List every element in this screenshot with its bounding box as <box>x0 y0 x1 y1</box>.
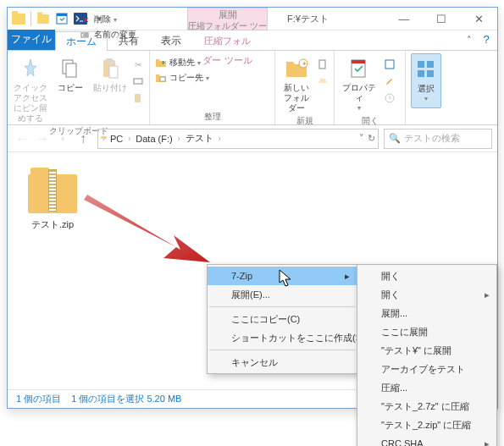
newfolder-icon: ✦ <box>285 57 308 80</box>
paste-icon <box>98 57 122 80</box>
nav-forward-button[interactable]: → <box>33 129 52 148</box>
search-input[interactable]: 🔍 テストの検索 <box>384 129 492 149</box>
svg-rect-21 <box>427 61 434 68</box>
tab-file[interactable]: ファイル <box>8 30 55 50</box>
menu-separator <box>209 306 355 307</box>
new-item-button[interactable] <box>317 57 329 72</box>
close-button[interactable]: ✕ <box>460 8 497 30</box>
address-bar[interactable]: › PC › Data (F:) › テスト › ˅ ↻ <box>97 129 379 149</box>
paste-shortcut-icon <box>132 92 144 104</box>
moveto-button[interactable]: 移動先 ▾ <box>155 55 201 70</box>
context-menu-7zip: 開く 開く 展開... ここに展開 "テスト¥" に展開 アーカイブをテスト 圧… <box>357 264 497 446</box>
group-organize-label: 整理 <box>155 109 269 124</box>
search-icon: 🔍 <box>389 133 401 144</box>
rename-button[interactable]: ab名前の変更 <box>80 27 136 42</box>
pin-quickaccess-button[interactable]: クイック アクセス にピン留めする <box>13 53 47 124</box>
menu-separator <box>209 350 355 350</box>
chevron-right-icon[interactable]: › <box>178 135 180 143</box>
cut-button[interactable]: ✂ <box>132 57 144 72</box>
svg-rect-6 <box>106 58 113 63</box>
svg-rect-15 <box>319 60 325 69</box>
ribbon-collapse-icon[interactable]: ˄ <box>462 30 477 50</box>
group-open-label: 開く <box>340 113 400 129</box>
delete-button[interactable]: ✕削除 ▾ <box>80 12 136 27</box>
menu-item-crcsha[interactable]: CRC SHA <box>357 434 496 446</box>
maximize-button[interactable]: ☐ <box>423 8 460 30</box>
paste-button[interactable]: 貼り付け <box>92 53 127 93</box>
edit-icon <box>384 75 396 87</box>
copyto-button[interactable]: コピー先 ▾ <box>155 70 209 85</box>
svg-rect-9 <box>135 94 141 102</box>
svg-rect-18 <box>385 60 394 69</box>
navbar: ← → ▾ ↑ › PC › Data (F:) › テスト › ˅ ↻ 🔍 テ… <box>8 125 497 152</box>
menu-item-expand[interactable]: 展開(E)... <box>208 285 357 304</box>
tab-compressed-tools[interactable]: 圧縮フォルダー ツール <box>189 30 266 50</box>
svg-rect-10 <box>160 77 165 81</box>
menu-item-expandto[interactable]: "テスト¥" に展開 <box>357 341 496 360</box>
easy-access-icon <box>317 75 329 87</box>
breadcrumb-folder[interactable]: テスト <box>182 132 217 145</box>
copy-button[interactable]: コピー <box>53 53 87 93</box>
new-item-icon <box>317 58 329 70</box>
help-icon[interactable]: ? <box>479 30 494 50</box>
svg-rect-17 <box>352 60 365 63</box>
status-item-count: 1 個の項目 <box>16 393 61 405</box>
svg-rect-23 <box>427 70 434 77</box>
menu-item-open2[interactable]: 開く <box>357 285 496 304</box>
properties-button[interactable]: プロパティ ▾ <box>340 53 379 113</box>
menu-item-expandhere[interactable]: ここに展開 <box>357 322 496 341</box>
select-button[interactable]: 選択 ▾ <box>411 53 441 108</box>
file-item[interactable]: テスト.zip <box>19 164 86 231</box>
rename-icon: ab <box>80 29 91 41</box>
status-selection: 1 個の項目を選択 5.20 MB <box>71 393 181 405</box>
copy-path-button[interactable] <box>132 74 144 89</box>
group-new-label: 新規 <box>280 113 329 129</box>
edit-button[interactable] <box>384 74 396 89</box>
menu-item-open1[interactable]: 開く <box>357 267 496 285</box>
svg-rect-7 <box>109 66 118 78</box>
tab-view[interactable]: 表示 <box>150 30 192 50</box>
paste-shortcut-button[interactable] <box>132 91 144 106</box>
refresh-icon[interactable]: ↻ <box>368 133 375 144</box>
menu-item-compresszip[interactable]: "テスト_2.zip" に圧縮 <box>357 416 496 434</box>
minimize-button[interactable]: — <box>385 8 423 30</box>
menu-item-compress7z[interactable]: "テスト_2.7z" に圧縮 <box>357 397 496 416</box>
easy-access-button[interactable] <box>317 74 329 89</box>
menu-item-copyhere[interactable]: ここにコピー(C) <box>208 310 357 328</box>
newfolder-button[interactable]: ✦ 新しい フォルダー <box>280 53 312 113</box>
file-label: テスト.zip <box>19 218 86 231</box>
open-button[interactable] <box>384 57 396 72</box>
folder-icon <box>11 11 26 26</box>
menu-item-7zip[interactable]: 7-Zip <box>208 267 357 285</box>
moveto-icon <box>155 57 167 69</box>
contextual-tab-header: 展開 圧縮フォルダー ツール <box>187 8 268 30</box>
qat-folder-icon[interactable] <box>36 11 51 26</box>
chevron-right-icon[interactable]: › <box>128 135 130 143</box>
pin-icon <box>19 57 42 80</box>
group-select-label <box>411 121 441 124</box>
nav-recent-dropdown[interactable]: ▾ <box>53 129 72 148</box>
address-dropdown-icon[interactable]: ˅ <box>359 133 364 144</box>
open-icon <box>384 58 396 70</box>
context-menu-primary: 7-Zip 展開(E)... ここにコピー(C) ショートカットをここに作成(S… <box>207 264 357 374</box>
history-button[interactable] <box>384 91 396 106</box>
window-title: F:¥テスト <box>287 8 329 30</box>
chevron-right-icon[interactable]: › <box>219 135 221 143</box>
svg-rect-1 <box>57 14 67 16</box>
select-icon <box>414 58 438 81</box>
copyto-icon <box>155 72 167 84</box>
svg-rect-20 <box>418 61 424 68</box>
nav-up-button[interactable]: ↑ <box>74 129 92 148</box>
copy-path-icon <box>132 75 144 87</box>
menu-item-compress[interactable]: 圧縮... <box>357 378 496 397</box>
menu-item-expand[interactable]: 展開... <box>357 304 496 322</box>
svg-rect-22 <box>418 70 424 77</box>
nav-back-button[interactable]: ← <box>13 129 31 148</box>
menu-item-archivetest[interactable]: アーカイブをテスト <box>357 360 496 378</box>
menu-item-cancel[interactable]: キャンセル <box>208 353 357 372</box>
breadcrumb-drive[interactable]: Data (F:) <box>132 134 175 144</box>
cut-icon: ✂ <box>132 58 144 70</box>
breadcrumb-pc[interactable]: PC <box>107 134 126 144</box>
qat-properties-icon[interactable] <box>54 11 69 26</box>
menu-item-shortcut[interactable]: ショートカットをここに作成(S) <box>208 328 357 347</box>
